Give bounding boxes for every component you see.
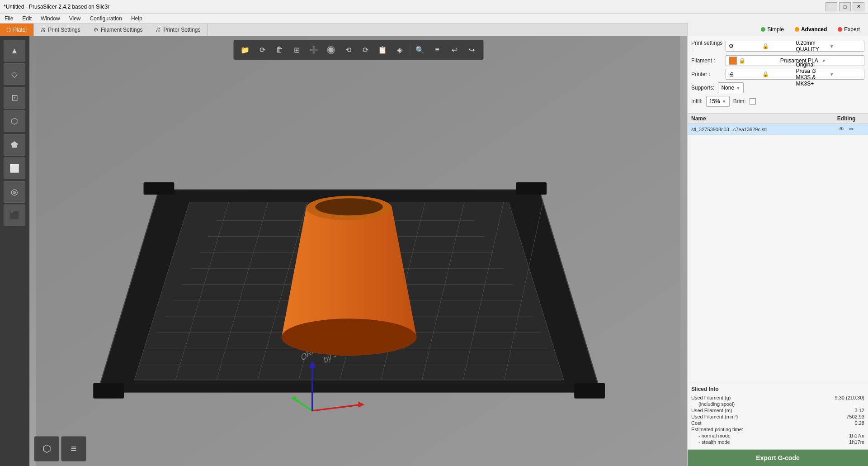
tool-button-1[interactable]: ◇: [4, 63, 25, 85]
tool-button-4[interactable]: ⬟: [4, 134, 25, 156]
tool-button-5[interactable]: ⬜: [4, 157, 25, 179]
table-row[interactable]: stl_32753908c03...c7ea13629c.stl 👁 ✏: [688, 124, 868, 135]
printer-icon: 🖨: [729, 71, 760, 77]
viewport-tool-settings[interactable]: ≡: [429, 42, 445, 58]
supports-value: None: [721, 85, 734, 91]
viewport-tool-undo[interactable]: ↩: [446, 42, 462, 58]
tool-button-2[interactable]: ⊡: [4, 87, 25, 109]
infill-label: Infill:: [691, 98, 703, 105]
filament-dropdown[interactable]: 🔒 Prusament PLA ▼: [726, 55, 864, 66]
menu-item-configuration[interactable]: Configuration: [85, 14, 127, 23]
svg-rect-26: [93, 383, 124, 399]
object-editing-icons: 👁 ✏: [828, 126, 864, 133]
menu-item-view[interactable]: View: [65, 14, 85, 23]
svg-point-37: [282, 319, 417, 355]
infill-value: 15%: [709, 98, 720, 105]
objects-table-header: Name Editing: [688, 114, 868, 124]
tab-label-filament-settings: Filament Settings: [101, 27, 143, 33]
mode-bar: SimpleAdvancedExpert: [687, 23, 868, 36]
3d-view-toggle[interactable]: ⬡: [34, 436, 59, 461]
viewport-tool-copy[interactable]: 📋: [374, 42, 391, 58]
menu-item-file[interactable]: File: [0, 14, 18, 23]
tab-icon-print-settings: 🖨: [40, 27, 46, 33]
mode-simple[interactable]: Simple: [756, 25, 788, 33]
tool-button-7[interactable]: ⬛: [4, 204, 25, 226]
viewport-tool-add-file[interactable]: 📁: [237, 42, 253, 58]
printer-dropdown-arrow: ▼: [830, 72, 861, 77]
filament-lock-icon: 🔒: [739, 57, 778, 64]
viewport-tool-arrange[interactable]: ⟳: [254, 42, 270, 58]
viewport-tool-place[interactable]: ◈: [392, 42, 408, 58]
visibility-icon[interactable]: 👁: [839, 126, 844, 133]
3d-scene: ORIGINAL PRUSA i3 MK3 by Josef Prusa: [29, 36, 687, 466]
viewport-tool-search[interactable]: 🔍: [412, 42, 428, 58]
mode-label-expert: Expert: [844, 26, 860, 33]
view-toggles: ⬡ ≡: [34, 436, 86, 461]
mode-label-advanced: Advanced: [801, 26, 827, 33]
export-gcode-button[interactable]: Export G-code: [688, 450, 868, 466]
filament-row: Filament : 🔒 Prusament PLA ▼: [691, 55, 864, 66]
menu-item-edit[interactable]: Edit: [18, 14, 36, 23]
sliced-row-6: - normal mode1h17m: [691, 433, 864, 438]
close-button[interactable]: ✕: [853, 2, 864, 11]
tab-icon-filament-settings: ⚙: [94, 27, 99, 33]
tool-button-6[interactable]: ◎: [4, 181, 25, 203]
viewport-tool-delete[interactable]: 🗑: [271, 42, 288, 58]
mode-label-simple: Simple: [767, 26, 784, 33]
edit-icon[interactable]: ✏: [849, 126, 854, 133]
sliced-info-rows: Used Filament (g)9.30 (210.30)(including…: [691, 395, 864, 445]
minimize-button[interactable]: ─: [826, 2, 837, 11]
sliced-key-0: Used Filament (g): [691, 395, 731, 400]
tab-icon-printer-settings: 🖨: [156, 27, 161, 33]
viewport[interactable]: 📁⟳🗑⊞➕🔘⟲⟳📋◈🔍≡↩↪: [29, 36, 687, 466]
brim-checkbox[interactable]: [750, 98, 756, 105]
filament-label: Filament :: [691, 57, 723, 64]
toolbar-separator: [410, 43, 410, 56]
layer-view-toggle[interactable]: ≡: [61, 436, 86, 461]
tab-print-settings[interactable]: 🖨Print Settings: [34, 24, 87, 36]
svg-rect-28: [144, 182, 175, 195]
supports-row: Supports: None ▼: [691, 82, 864, 93]
sliced-value-4: 0.28: [855, 420, 864, 426]
mode-advanced[interactable]: Advanced: [790, 25, 831, 33]
tool-button-3[interactable]: ⬡: [4, 110, 25, 132]
viewport-tool-add[interactable]: ➕: [306, 42, 322, 58]
viewport-tool-rotate-ccw[interactable]: ⟳: [357, 42, 373, 58]
tab-filament-settings[interactable]: ⚙Filament Settings: [87, 24, 150, 36]
printer-row: Printer : 🖨 🔒 Original Prusa i3 MK3S & M…: [691, 69, 864, 80]
tab-plater[interactable]: ⬡Plater: [0, 24, 34, 36]
viewport-tool-grid[interactable]: ⊞: [288, 42, 305, 58]
right-panel: Print settings : ⚙ 🔒 0.20mm QUALITY ▼ Fi…: [687, 36, 868, 466]
viewport-tool-select[interactable]: 🔘: [323, 42, 339, 58]
sliced-key-5: Estimated printing time:: [691, 427, 743, 432]
supports-dropdown[interactable]: None ▼: [718, 82, 744, 93]
tab-icon-plater: ⬡: [6, 27, 11, 33]
print-settings-dropdown[interactable]: ⚙ 🔒 0.20mm QUALITY ▼: [726, 41, 864, 52]
menu-item-window[interactable]: Window: [36, 14, 65, 23]
viewport-tool-redo[interactable]: ↪: [463, 42, 480, 58]
tool-button-0[interactable]: ▲: [4, 40, 25, 62]
sliced-value-7: 1h17m: [849, 439, 864, 445]
sliced-row-5: Estimated printing time:: [691, 427, 864, 432]
supports-label: Supports:: [691, 85, 714, 91]
sliced-row-0: Used Filament (g)9.30 (210.30): [691, 395, 864, 400]
window-title: *Untitled - PrusaSlicer-2.4.2 based on S…: [4, 4, 109, 10]
viewport-tool-rotate-cw[interactable]: ⟲: [340, 42, 356, 58]
printer-dropdown[interactable]: 🖨 🔒 Original Prusa i3 MK3S & MK3S+ ▼: [726, 69, 864, 80]
sliced-value-3: 7502.93: [846, 414, 864, 419]
printer-lock-icon: 🔒: [762, 71, 794, 77]
brim-label: Brim:: [733, 98, 746, 105]
print-settings-label: Print settings :: [691, 40, 723, 52]
menu-item-help[interactable]: Help: [127, 14, 147, 23]
print-settings-row: Print settings : ⚙ 🔒 0.20mm QUALITY ▼: [691, 40, 864, 52]
objects-section: Name Editing stl_32753908c03...c7ea13629…: [688, 114, 868, 382]
col-editing-header: Editing: [828, 115, 864, 122]
infill-dropdown[interactable]: 15% ▼: [706, 96, 730, 107]
mode-expert[interactable]: Expert: [833, 25, 864, 33]
gear-icon: ⚙: [729, 43, 760, 49]
sliced-row-1: (including spool): [691, 401, 864, 407]
filament-color-swatch: [729, 57, 737, 65]
maximize-button[interactable]: □: [839, 2, 851, 11]
svg-rect-29: [516, 182, 547, 195]
tab-printer-settings[interactable]: 🖨Printer Settings: [149, 24, 207, 36]
